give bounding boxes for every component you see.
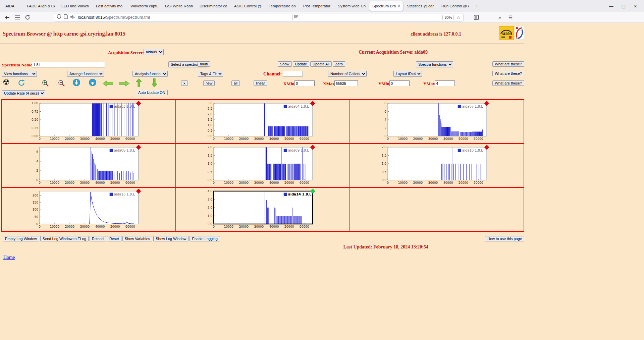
what-are-these-button-3[interactable]: What are these?: [492, 80, 524, 86]
arrow-up-icon[interactable]: [136, 78, 142, 89]
spectrum-chart-aida09[interactable]: 0.00.51.01.52.00100002000030000400005000…: [197, 144, 317, 187]
all-button[interactable]: all: [231, 80, 240, 86]
tags-fits-select[interactable]: Tags & Fits: [198, 71, 223, 77]
arrow-left-icon[interactable]: [103, 80, 113, 88]
arrow-right-icon[interactable]: [119, 80, 129, 88]
socket-icon[interactable]: [70, 14, 75, 20]
tab-close-icon[interactable]: ×: [397, 4, 400, 9]
update-rate-select[interactable]: Update Rate (4 secs): [2, 90, 45, 96]
url-text[interactable]: localhost:8015/Spectrum/Spectrum.tml: [78, 15, 150, 20]
shield-icon[interactable]: [57, 14, 61, 20]
what-are-these-button-1[interactable]: What are these?: [492, 61, 524, 67]
show-button[interactable]: Show: [278, 61, 292, 67]
legend-label: aida04 1.8.L: [288, 105, 309, 108]
fair-logo[interactable]: FAIR: [515, 26, 524, 41]
spectra-functions-select[interactable]: Spectra functions: [416, 61, 453, 67]
reader-view-icon[interactable]: [292, 15, 300, 20]
browser-tab[interactable]: AIDA: [2, 1, 23, 11]
home-link[interactable]: Home: [3, 255, 15, 260]
arrange-functions-select[interactable]: Arrange functions: [67, 71, 104, 77]
reload-icon[interactable]: [23, 13, 32, 21]
update-all-button[interactable]: Update All: [310, 61, 332, 67]
zero-button[interactable]: Zero: [333, 61, 345, 67]
update-button[interactable]: Update: [293, 61, 309, 67]
page-info-icon[interactable]: [64, 14, 68, 20]
show-variables-button[interactable]: Show Variables: [122, 236, 153, 241]
gallery-cell-6[interactable]: 0.00.51.01.52.00100002000030000400005000…: [350, 144, 524, 188]
gallery-cell-8[interactable]: 0.01.02.03.04.00100002000030000400005000…: [176, 188, 350, 232]
browser-tab-active[interactable]: Spectrum Bro×: [369, 1, 403, 11]
browser-tab[interactable]: Temperature an: [266, 1, 300, 11]
browser-tab[interactable]: Statistics @ car: [404, 1, 438, 11]
x-button[interactable]: x: [181, 80, 188, 86]
show-log-window-button[interactable]: Show Log Window: [153, 236, 189, 241]
new-tab-button[interactable]: +: [473, 2, 481, 10]
browser-tab[interactable]: LED and Wavefo: [58, 1, 92, 11]
acquisition-server-select[interactable]: aida09: [144, 49, 164, 55]
reset-button[interactable]: Reset: [107, 236, 121, 241]
spectrum-chart-aida10[interactable]: 0.00.51.01.52.00100002000030000400005000…: [371, 144, 491, 187]
spectrum-chart-aida04[interactable]: 0.00.51.01.52.02.53.00100002000030000400…: [197, 100, 317, 143]
empty-log-window-button[interactable]: Empty Log Window: [3, 236, 39, 241]
browser-tab[interactable]: Run Control @ c: [438, 1, 472, 11]
browser-tab[interactable]: System wide Ch: [335, 1, 369, 11]
analysis-functions-select[interactable]: Analysis functions: [132, 71, 168, 77]
zoom-out-icon[interactable]: [58, 79, 65, 88]
legend-marker: [284, 105, 287, 108]
window-maximize-icon[interactable]: ▢: [622, 4, 626, 9]
back-icon[interactable]: [3, 13, 11, 21]
browser-tab[interactable]: Waveform captu: [127, 1, 161, 11]
enable-logging-button[interactable]: Enable Logging: [190, 236, 220, 241]
browser-tab[interactable]: ASIC Control @: [231, 1, 265, 11]
radioactivity-icon[interactable]: ☢: [3, 78, 10, 86]
midas-logo[interactable]: Midas: [499, 26, 514, 41]
layout-id-select[interactable]: Layout ID=4: [393, 71, 422, 77]
browser-tab[interactable]: Discriminator co: [197, 1, 230, 11]
toolbar-menu-lines-icon[interactable]: [13, 13, 21, 21]
channel-input[interactable]: [283, 71, 303, 76]
xmax-input[interactable]: [334, 80, 358, 86]
gallery-cell-4[interactable]: 02460100002000030000400005000060000aida0…: [2, 144, 176, 188]
window-minimize-icon[interactable]: —: [609, 4, 613, 9]
zoom-level-badge[interactable]: 80%: [442, 15, 454, 20]
gallery-cell-7[interactable]: 0501001502000100002000030000400005000060…: [2, 188, 176, 232]
browser-tab[interactable]: GSI White Rabbi: [162, 1, 196, 11]
how-to-use-button[interactable]: How to use this page: [485, 236, 524, 241]
menu-icon[interactable]: ☰: [506, 13, 515, 21]
multi-button[interactable]: multi: [198, 61, 210, 67]
spectrum-name-input[interactable]: [32, 62, 105, 67]
window-close-icon[interactable]: ✕: [634, 4, 637, 9]
spectrum-chart-aida07[interactable]: 024680100002000030000400005000060000aida…: [371, 100, 491, 143]
gallery-cell-2[interactable]: 0.00.51.01.52.02.53.00100002000030000400…: [176, 100, 350, 144]
url-bar[interactable]: localhost:8015/Spectrum/Spectrum.tml 80%…: [54, 13, 464, 22]
ymax-input[interactable]: [435, 80, 455, 86]
view-functions-select[interactable]: View functions: [2, 71, 37, 77]
circle-up-arrow-icon[interactable]: [89, 78, 97, 88]
what-are-these-button-2[interactable]: What are these?: [492, 71, 524, 76]
bookmark-star-icon[interactable]: ☆: [456, 15, 461, 20]
spectrum-chart-aida13[interactable]: 0501001502000100002000030000400005000060…: [23, 188, 143, 231]
new-button[interactable]: new: [203, 80, 215, 86]
send-log-window-button[interactable]: Send Log Window to ELog: [40, 236, 89, 241]
ymin-input[interactable]: [389, 80, 410, 86]
spectrum-chart-aida08[interactable]: 02460100002000030000400005000060000aida0…: [23, 144, 143, 187]
zoom-in-icon[interactable]: [42, 79, 49, 88]
browser-tab[interactable]: Lost activity mo: [93, 1, 127, 11]
circle-down-arrow-icon[interactable]: [72, 78, 80, 88]
auto-update-button[interactable]: Auto Update ON: [136, 90, 168, 95]
browser-tab[interactable]: FADC Align & Co: [24, 1, 58, 11]
spectrum-chart-aida03[interactable]: 0.000.250.500.751.0001000020000300004000…: [23, 100, 143, 143]
extensions-icon[interactable]: [472, 13, 480, 21]
spectrum-chart-aida14[interactable]: 0.01.02.03.04.00100002000030000400005000…: [197, 188, 317, 231]
gallery-cell-1[interactable]: 0.000.250.500.751.0001000020000300004000…: [2, 100, 176, 144]
browser-tab[interactable]: Plot Temperatur: [300, 1, 334, 11]
number-of-galleries-select[interactable]: Number of Galleries: [328, 71, 367, 77]
linear-button[interactable]: linear: [254, 80, 267, 86]
gallery-cell-3[interactable]: 024680100002000030000400005000060000aida…: [350, 100, 524, 144]
gallery-cell-5[interactable]: 0.00.51.01.52.00100002000030000400005000…: [176, 144, 350, 188]
arrow-down-icon[interactable]: [151, 78, 158, 89]
refresh-icon[interactable]: [17, 79, 25, 88]
xmin-input[interactable]: [294, 80, 315, 86]
overflow-chevrons-icon[interactable]: »: [496, 13, 504, 21]
reload-button[interactable]: Reload: [90, 236, 106, 241]
